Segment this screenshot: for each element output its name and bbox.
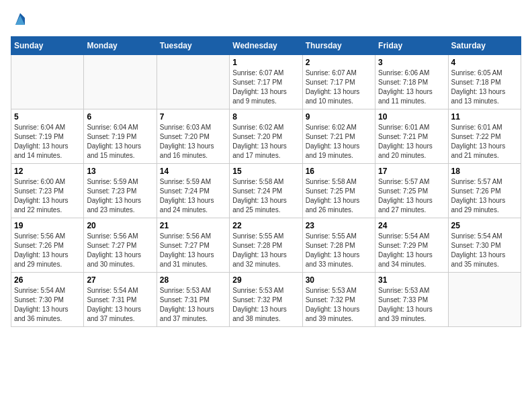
day-info: Sunrise: 5:54 AM Sunset: 7:31 PM Dayligh… bbox=[87, 286, 153, 324]
calendar-cell bbox=[157, 55, 229, 109]
day-info: Sunrise: 5:53 AM Sunset: 7:31 PM Dayligh… bbox=[160, 286, 226, 324]
day-number: 28 bbox=[160, 275, 226, 285]
day-number: 2 bbox=[306, 58, 372, 67]
day-info: Sunrise: 6:02 AM Sunset: 7:21 PM Dayligh… bbox=[306, 123, 372, 161]
calendar-cell: 18Sunrise: 5:57 AM Sunset: 7:26 PM Dayli… bbox=[448, 164, 521, 218]
day-number: 5 bbox=[14, 112, 81, 122]
day-number: 3 bbox=[378, 58, 445, 67]
calendar-week-row: 26Sunrise: 5:54 AM Sunset: 7:30 PM Dayli… bbox=[11, 273, 521, 327]
logo-icon bbox=[11, 11, 30, 30]
calendar-cell: 6Sunrise: 6:04 AM Sunset: 7:19 PM Daylig… bbox=[84, 109, 157, 164]
calendar-cell: 21Sunrise: 5:56 AM Sunset: 7:27 PM Dayli… bbox=[157, 218, 229, 273]
calendar-cell: 15Sunrise: 5:58 AM Sunset: 7:24 PM Dayli… bbox=[230, 164, 302, 218]
day-number: 15 bbox=[232, 167, 299, 176]
day-number: 20 bbox=[87, 221, 153, 230]
calendar-cell: 22Sunrise: 5:55 AM Sunset: 7:28 PM Dayli… bbox=[230, 218, 302, 273]
day-number: 13 bbox=[87, 167, 153, 176]
calendar-cell: 19Sunrise: 5:56 AM Sunset: 7:26 PM Dayli… bbox=[11, 218, 84, 273]
day-info: Sunrise: 6:07 AM Sunset: 7:17 PM Dayligh… bbox=[306, 68, 372, 106]
page-header bbox=[11, 11, 521, 30]
day-number: 6 bbox=[87, 112, 153, 122]
day-info: Sunrise: 5:57 AM Sunset: 7:26 PM Dayligh… bbox=[451, 177, 518, 215]
calendar-cell: 17Sunrise: 5:57 AM Sunset: 7:25 PM Dayli… bbox=[375, 164, 448, 218]
day-info: Sunrise: 5:58 AM Sunset: 7:24 PM Dayligh… bbox=[232, 177, 299, 215]
calendar-cell: 24Sunrise: 5:54 AM Sunset: 7:29 PM Dayli… bbox=[375, 218, 448, 273]
day-number: 9 bbox=[306, 112, 372, 122]
day-info: Sunrise: 5:53 AM Sunset: 7:32 PM Dayligh… bbox=[306, 286, 372, 324]
day-info: Sunrise: 6:05 AM Sunset: 7:18 PM Dayligh… bbox=[451, 68, 518, 106]
calendar-week-row: 12Sunrise: 6:00 AM Sunset: 7:23 PM Dayli… bbox=[11, 164, 521, 218]
calendar-cell bbox=[448, 273, 521, 327]
calendar-cell: 31Sunrise: 5:53 AM Sunset: 7:33 PM Dayli… bbox=[375, 273, 448, 327]
calendar-day-header: Thursday bbox=[302, 37, 375, 55]
calendar-cell: 3Sunrise: 6:06 AM Sunset: 7:18 PM Daylig… bbox=[375, 55, 448, 109]
day-number: 11 bbox=[451, 112, 518, 122]
day-info: Sunrise: 5:56 AM Sunset: 7:27 PM Dayligh… bbox=[160, 232, 226, 269]
calendar-cell: 1Sunrise: 6:07 AM Sunset: 7:17 PM Daylig… bbox=[230, 55, 302, 109]
calendar-cell: 8Sunrise: 6:02 AM Sunset: 7:20 PM Daylig… bbox=[230, 109, 302, 164]
calendar-cell: 13Sunrise: 5:59 AM Sunset: 7:23 PM Dayli… bbox=[84, 164, 157, 218]
calendar-week-row: 1Sunrise: 6:07 AM Sunset: 7:17 PM Daylig… bbox=[11, 55, 521, 109]
day-number: 10 bbox=[378, 112, 445, 122]
calendar-day-header: Saturday bbox=[448, 37, 521, 55]
day-number: 8 bbox=[232, 112, 299, 122]
day-info: Sunrise: 6:06 AM Sunset: 7:18 PM Dayligh… bbox=[378, 68, 445, 106]
calendar-week-row: 5Sunrise: 6:04 AM Sunset: 7:19 PM Daylig… bbox=[11, 109, 521, 164]
calendar-table: SundayMondayTuesdayWednesdayThursdayFrid… bbox=[11, 36, 521, 327]
day-number: 22 bbox=[232, 221, 299, 230]
day-info: Sunrise: 5:58 AM Sunset: 7:25 PM Dayligh… bbox=[306, 177, 372, 215]
calendar-day-header: Friday bbox=[375, 37, 448, 55]
calendar-cell bbox=[11, 55, 84, 109]
calendar-cell: 4Sunrise: 6:05 AM Sunset: 7:18 PM Daylig… bbox=[448, 55, 521, 109]
day-number: 29 bbox=[232, 275, 299, 285]
calendar-week-row: 19Sunrise: 5:56 AM Sunset: 7:26 PM Dayli… bbox=[11, 218, 521, 273]
calendar-cell: 16Sunrise: 5:58 AM Sunset: 7:25 PM Dayli… bbox=[302, 164, 375, 218]
calendar-cell: 25Sunrise: 5:54 AM Sunset: 7:30 PM Dayli… bbox=[448, 218, 521, 273]
day-info: Sunrise: 6:03 AM Sunset: 7:20 PM Dayligh… bbox=[160, 123, 226, 161]
day-info: Sunrise: 5:53 AM Sunset: 7:32 PM Dayligh… bbox=[232, 286, 299, 324]
day-info: Sunrise: 6:00 AM Sunset: 7:23 PM Dayligh… bbox=[14, 177, 81, 215]
day-info: Sunrise: 5:54 AM Sunset: 7:30 PM Dayligh… bbox=[451, 232, 518, 269]
calendar-cell: 5Sunrise: 6:04 AM Sunset: 7:19 PM Daylig… bbox=[11, 109, 84, 164]
calendar-cell: 12Sunrise: 6:00 AM Sunset: 7:23 PM Dayli… bbox=[11, 164, 84, 218]
day-info: Sunrise: 6:04 AM Sunset: 7:19 PM Dayligh… bbox=[14, 123, 81, 161]
day-info: Sunrise: 6:01 AM Sunset: 7:21 PM Dayligh… bbox=[378, 123, 445, 161]
day-info: Sunrise: 5:56 AM Sunset: 7:27 PM Dayligh… bbox=[87, 232, 153, 269]
day-info: Sunrise: 5:59 AM Sunset: 7:23 PM Dayligh… bbox=[87, 177, 153, 215]
calendar-cell: 26Sunrise: 5:54 AM Sunset: 7:30 PM Dayli… bbox=[11, 273, 84, 327]
day-number: 31 bbox=[378, 275, 445, 285]
day-info: Sunrise: 5:54 AM Sunset: 7:30 PM Dayligh… bbox=[14, 286, 81, 324]
day-number: 7 bbox=[160, 112, 226, 122]
calendar-day-header: Sunday bbox=[11, 37, 84, 55]
day-info: Sunrise: 5:56 AM Sunset: 7:26 PM Dayligh… bbox=[14, 232, 81, 269]
day-info: Sunrise: 5:54 AM Sunset: 7:29 PM Dayligh… bbox=[378, 232, 445, 269]
day-number: 1 bbox=[232, 58, 299, 67]
calendar-cell: 29Sunrise: 5:53 AM Sunset: 7:32 PM Dayli… bbox=[230, 273, 302, 327]
day-info: Sunrise: 6:07 AM Sunset: 7:17 PM Dayligh… bbox=[232, 68, 299, 106]
day-info: Sunrise: 5:55 AM Sunset: 7:28 PM Dayligh… bbox=[306, 232, 372, 269]
day-info: Sunrise: 6:04 AM Sunset: 7:19 PM Dayligh… bbox=[87, 123, 153, 161]
calendar-cell: 7Sunrise: 6:03 AM Sunset: 7:20 PM Daylig… bbox=[157, 109, 229, 164]
logo bbox=[11, 11, 32, 30]
day-number: 14 bbox=[160, 167, 226, 176]
day-number: 23 bbox=[306, 221, 372, 230]
calendar-day-header: Tuesday bbox=[157, 37, 229, 55]
calendar-cell: 27Sunrise: 5:54 AM Sunset: 7:31 PM Dayli… bbox=[84, 273, 157, 327]
calendar-cell: 10Sunrise: 6:01 AM Sunset: 7:21 PM Dayli… bbox=[375, 109, 448, 164]
day-number: 24 bbox=[378, 221, 445, 230]
calendar-cell: 11Sunrise: 6:01 AM Sunset: 7:22 PM Dayli… bbox=[448, 109, 521, 164]
calendar-day-header: Monday bbox=[84, 37, 157, 55]
day-info: Sunrise: 5:55 AM Sunset: 7:28 PM Dayligh… bbox=[232, 232, 299, 269]
day-number: 27 bbox=[87, 275, 153, 285]
day-number: 18 bbox=[451, 167, 518, 176]
calendar-cell: 9Sunrise: 6:02 AM Sunset: 7:21 PM Daylig… bbox=[302, 109, 375, 164]
calendar-day-header: Wednesday bbox=[230, 37, 302, 55]
day-number: 12 bbox=[14, 167, 81, 176]
calendar-header-row: SundayMondayTuesdayWednesdayThursdayFrid… bbox=[11, 37, 521, 55]
day-number: 21 bbox=[160, 221, 226, 230]
day-number: 19 bbox=[14, 221, 81, 230]
calendar-cell: 20Sunrise: 5:56 AM Sunset: 7:27 PM Dayli… bbox=[84, 218, 157, 273]
day-info: Sunrise: 5:53 AM Sunset: 7:33 PM Dayligh… bbox=[378, 286, 445, 324]
day-number: 30 bbox=[306, 275, 372, 285]
calendar-cell: 30Sunrise: 5:53 AM Sunset: 7:32 PM Dayli… bbox=[302, 273, 375, 327]
